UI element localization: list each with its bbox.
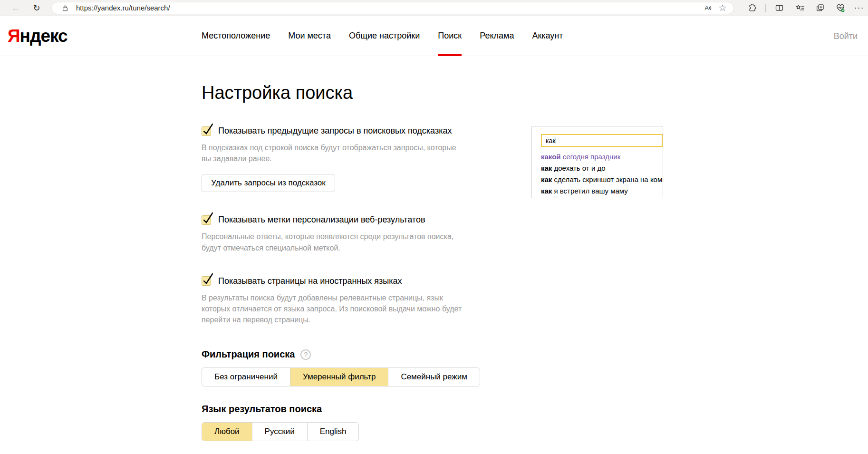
page-title: Настройка поиска — [202, 83, 868, 103]
refresh-icon[interactable]: ↻ — [29, 1, 44, 15]
browser-essentials-icon[interactable] — [833, 1, 848, 15]
address-bar[interactable]: https://yandex.ru/tune/search/ A ☆ — [51, 2, 734, 14]
text-caret — [556, 137, 556, 144]
checkbox-personalization-labels[interactable] — [202, 215, 211, 225]
nav-item-ads[interactable]: Реклама — [471, 16, 523, 56]
logo-accent-letter: Я — [8, 26, 20, 46]
favorite-star-icon[interactable]: ☆ — [715, 2, 730, 14]
checkbox-foreign-languages[interactable] — [202, 276, 211, 286]
nav-item-account[interactable]: Аккаунт — [523, 16, 572, 56]
suggest-preview-input: как — [541, 134, 663, 147]
svg-text:A: A — [705, 5, 709, 11]
read-aloud-icon[interactable]: A — [701, 2, 715, 14]
filter-title-text: Фильтрация поиска — [202, 349, 295, 360]
nav-item-search[interactable]: Поиск — [429, 16, 471, 56]
login-link[interactable]: Войти — [834, 31, 858, 41]
suggest-item: какой сегодня праздник — [532, 151, 663, 163]
suggest-preview-illustration: как какой сегодня праздник как доехать о… — [531, 126, 663, 198]
filter-option-no-limits[interactable]: Без ограничений — [202, 368, 290, 386]
settings-more-icon[interactable]: ··· — [854, 1, 864, 15]
filter-option-moderate[interactable]: Умеренный фильтр — [290, 368, 388, 386]
nav-item-location[interactable]: Местоположение — [202, 16, 279, 56]
suggest-list: какой сегодня праздник как доехать от и … — [532, 151, 663, 197]
site-header: Яндекс Местоположение Мои места Общие на… — [0, 16, 868, 56]
favorites-list-icon[interactable] — [792, 1, 807, 15]
toolbar-divider — [765, 4, 766, 12]
language-option-english[interactable]: English — [307, 423, 359, 441]
suggest-item: как я встретил вашу маму — [532, 185, 663, 197]
logo-rest: ндекс — [20, 26, 68, 46]
extensions-icon[interactable] — [745, 1, 759, 15]
delete-queries-button[interactable]: Удалить запросы из подсказок — [202, 174, 335, 192]
toolbar-right-icons: ··· — [739, 1, 864, 15]
suggest-item: как сделать скриншот экрана на компь — [532, 174, 663, 185]
filter-segmented-control: Без ограничений Умеренный фильтр Семейны… — [202, 367, 480, 386]
setting-description: В результаты поиска будут добавлены реле… — [202, 292, 462, 326]
setting-foreign-languages: Показывать страницы на иностранных языка… — [202, 276, 868, 326]
nav-item-my-places[interactable]: Мои места — [279, 16, 340, 56]
setting-label[interactable]: Показывать предыдущие запросы в поисковы… — [218, 126, 452, 136]
setting-label[interactable]: Показывать страницы на иностранных языка… — [218, 276, 402, 286]
checkbox-previous-queries[interactable] — [202, 126, 211, 136]
yandex-logo[interactable]: Яндекс — [8, 26, 68, 46]
main-content: Настройка поиска Показывать предыдущие з… — [0, 56, 868, 454]
setting-description: Персональные ответы, которые появляются … — [202, 231, 462, 253]
collections-add-icon[interactable] — [813, 1, 827, 15]
suggest-item: как доехать от и до — [532, 163, 663, 174]
filter-section-title: Фильтрация поиска ? — [202, 349, 868, 360]
main-nav: Местоположение Мои места Общие настройки… — [202, 16, 572, 56]
url-text[interactable]: https://yandex.ru/tune/search/ — [76, 4, 701, 12]
back-icon[interactable]: ← — [9, 1, 23, 15]
setting-description: В подсказках под строкой поиска будут от… — [202, 142, 462, 164]
language-title-text: Язык результатов поиска — [202, 404, 322, 415]
language-section-title: Язык результатов поиска — [202, 404, 868, 415]
filter-option-family[interactable]: Семейный режим — [388, 368, 479, 386]
suggest-query-text: как — [546, 137, 555, 145]
browser-toolbar: ← ↻ https://yandex.ru/tune/search/ A ☆ — [0, 0, 868, 16]
lock-icon — [58, 2, 72, 14]
language-option-any[interactable]: Любой — [202, 423, 252, 441]
split-screen-icon[interactable] — [772, 1, 786, 15]
language-segmented-control: Любой Русский English — [202, 422, 359, 441]
setting-personalization-labels: Показывать метки персонализации веб-резу… — [202, 215, 868, 253]
language-option-russian[interactable]: Русский — [252, 423, 307, 441]
setting-label[interactable]: Показывать метки персонализации веб-резу… — [218, 215, 425, 225]
nav-item-general-settings[interactable]: Общие настройки — [340, 16, 429, 56]
help-icon[interactable]: ? — [300, 349, 311, 360]
